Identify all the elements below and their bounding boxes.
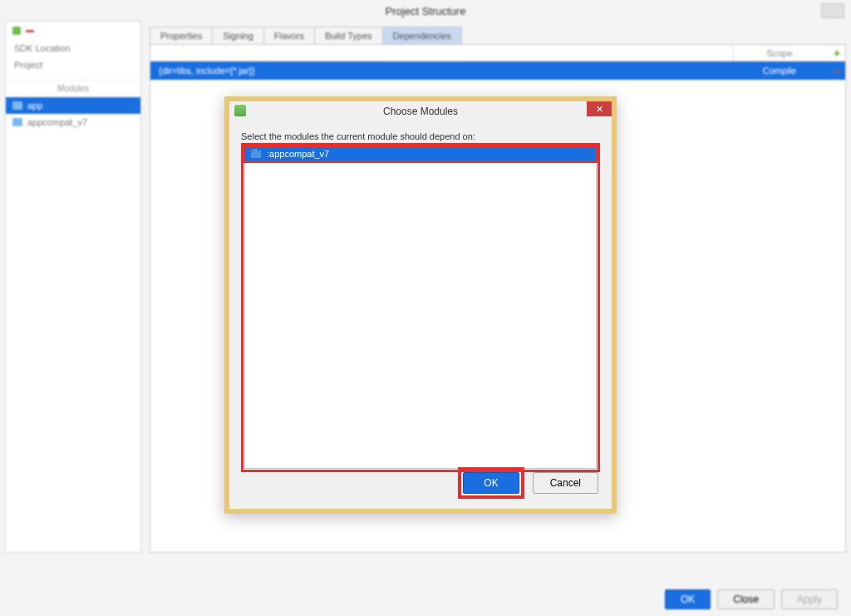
module-icon: [12, 118, 22, 126]
left-item-project[interactable]: Project: [6, 57, 140, 73]
dialog-cancel-button[interactable]: Cancel: [533, 472, 598, 494]
module-label: appcompat_v7: [27, 117, 87, 127]
tab-flavors[interactable]: Flavors: [263, 27, 315, 44]
dialog-close-button[interactable]: ✕: [587, 101, 612, 116]
add-icon[interactable]: [12, 27, 21, 35]
modules-list[interactable]: :appcompat_v7: [244, 146, 597, 469]
scope-header: Scope: [734, 45, 825, 61]
highlight-annotation: :appcompat_v7: [243, 145, 598, 163]
left-panel: SDK Location Project Modules app appcomp…: [5, 21, 141, 553]
left-item-sdk[interactable]: SDK Location: [6, 40, 140, 57]
folder-icon: [250, 150, 262, 159]
bottom-buttons: OK Close Apply: [665, 589, 838, 609]
ok-button[interactable]: OK: [665, 589, 711, 609]
add-dependency-icon[interactable]: +: [830, 47, 844, 60]
window-close-button[interactable]: [821, 3, 844, 18]
window-title-bar: Project Structure: [0, 0, 851, 21]
dep-name: {dir=libs, include=[*.jar]}: [150, 66, 734, 76]
apply-button[interactable]: Apply: [781, 589, 838, 609]
dialog-title-bar: Choose Modules ✕: [229, 101, 612, 121]
dialog-ok-button[interactable]: OK: [463, 472, 519, 494]
tab-signing[interactable]: Signing: [212, 27, 264, 44]
module-item-appcompat[interactable]: appcompat_v7: [6, 114, 140, 131]
tab-build-types[interactable]: Build Types: [314, 27, 383, 44]
tabs-bar: Properties Signing Flavors Build Types D…: [150, 21, 846, 44]
cancel-button[interactable]: Close: [717, 589, 775, 609]
highlight-annotation: :appcompat_v7: [241, 143, 600, 472]
modules-header: Modules: [6, 80, 140, 97]
dialog-title: Choose Modules: [383, 106, 458, 117]
module-icon: [12, 101, 22, 110]
remove-dependency-icon[interactable]: −: [830, 65, 844, 78]
module-item-app[interactable]: app: [6, 97, 140, 114]
app-icon: [234, 105, 246, 116]
window-title: Project Structure: [386, 5, 466, 17]
dep-header: Scope: [150, 45, 845, 62]
dialog-prompt: Select the modules the current module sh…: [241, 131, 600, 141]
remove-icon[interactable]: [26, 30, 34, 32]
tab-properties[interactable]: Properties: [150, 27, 213, 44]
dep-scope[interactable]: Compile: [734, 66, 825, 76]
tab-dependencies[interactable]: Dependencies: [382, 27, 462, 44]
module-list-item[interactable]: :appcompat_v7: [245, 147, 596, 160]
dialog-buttons: OK Cancel: [458, 467, 598, 499]
choose-modules-dialog: Choose Modules ✕ Select the modules the …: [224, 96, 617, 514]
module-label: app: [27, 101, 42, 111]
module-list-label: :appcompat_v7: [267, 149, 329, 159]
dependency-row[interactable]: {dir=libs, include=[*.jar]} Compile: [150, 62, 845, 80]
highlight-annotation: OK: [458, 467, 524, 499]
